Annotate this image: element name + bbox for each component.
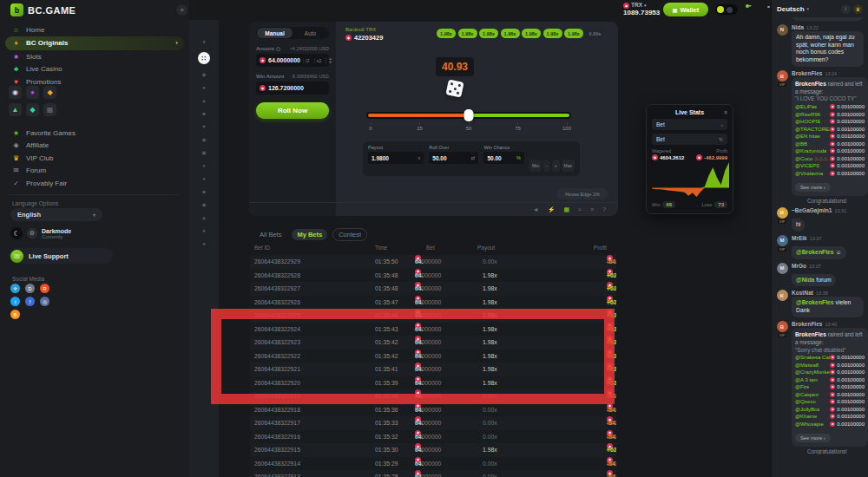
rain-recipient-name[interactable]: @BB	[795, 141, 807, 147]
table-row[interactable]: 2606443832291701:35:3364.000000000.00x-6…	[250, 416, 616, 430]
table-row[interactable]: 2606443832291401:35:2964.000000000.00x-6…	[250, 457, 616, 471]
rail-game-icon[interactable]: ▲	[201, 98, 207, 103]
sidebar-item-provably-fair[interactable]: ✓Provably Fair	[5, 177, 184, 189]
avatar[interactable]: M	[777, 263, 788, 274]
avatar[interactable]: B	[777, 207, 788, 219]
sound-icon[interactable]: ◄	[533, 206, 539, 212]
help-icon[interactable]: ?	[602, 206, 606, 212]
roll-slider[interactable]	[366, 112, 571, 119]
multiplier-pill[interactable]: 1.98x	[564, 29, 583, 38]
avatar[interactable]: B	[777, 321, 788, 332]
promo-coin-icon[interactable]: ◆	[43, 86, 56, 99]
slider-handle[interactable]	[464, 109, 474, 121]
sidebar-item-bc-originals[interactable]: ♦BC Originals›	[5, 36, 184, 50]
rain-recipient-name[interactable]: @VICEPS	[795, 163, 819, 168]
chat-rewards-button[interactable]: ♛	[853, 4, 863, 14]
rain-recipient-name[interactable]: @HOOPIE	[795, 119, 820, 124]
stats-icon[interactable]: ≈	[578, 206, 582, 212]
facebook-icon[interactable]: f	[25, 297, 35, 306]
promo-rocket-icon[interactable]: ▲	[9, 103, 22, 116]
bitcointalk-icon[interactable]: B	[10, 310, 20, 319]
avatar[interactable]: K	[777, 290, 788, 301]
chat-username[interactable]: BrokenFles13:40	[792, 321, 864, 327]
chat-username[interactable]: ~BeGaGajmln113:31	[792, 207, 864, 213]
half-button[interactable]: /2	[303, 58, 312, 63]
sidebar-item-home[interactable]: ⌂Home	[5, 23, 184, 36]
swap-icon[interactable]: ⇄	[471, 155, 476, 160]
tab-manual[interactable]: Manual	[257, 28, 293, 38]
currency-display-toggle[interactable]	[715, 4, 738, 15]
rail-game-icon[interactable]: ◆	[202, 202, 207, 207]
chat-language[interactable]: Deutsch	[777, 5, 805, 13]
promo-orb-icon[interactable]: ●	[26, 86, 39, 99]
rain-recipient-name[interactable]: @JollyBca	[795, 407, 819, 412]
rain-recipient-name[interactable]: @Casperr	[795, 392, 819, 397]
rail-game-icon-active[interactable]: ∷	[198, 52, 210, 64]
avatar[interactable]: M	[777, 235, 788, 246]
promo-box-icon[interactable]: ▦	[43, 103, 56, 116]
rain-recipient-name[interactable]: @ELiPas	[795, 104, 817, 109]
quick-button[interactable]: Max	[562, 160, 575, 172]
rain-recipient-name[interactable]: @Krazymoda	[795, 148, 826, 154]
rain-recipient-name[interactable]: @Qeeco	[795, 399, 816, 404]
language-select[interactable]: English ▾	[10, 208, 102, 221]
stats-reset-row[interactable]: Bet ↻	[652, 134, 727, 145]
table-row[interactable]: 2606443832291301:35:2864.000000000.00x-6…	[250, 470, 616, 477]
rail-game-icon[interactable]: ●	[202, 176, 206, 181]
amount-stepper[interactable]: ▲▼	[326, 57, 332, 64]
reset-icon[interactable]: ↻	[719, 136, 723, 142]
balance-display[interactable]: TRX ▾ 1089.73953	[623, 2, 660, 18]
sidebar-collapse-button[interactable]: ≡	[176, 4, 187, 16]
see-more-button[interactable]: See more ›	[795, 183, 831, 192]
avatar[interactable]: B	[777, 70, 788, 82]
win-chance-input[interactable]: 50.00 %	[483, 152, 523, 164]
win-amount-input[interactable]: 126.7200000	[256, 82, 329, 95]
table-row[interactable]: 2606443832292901:35:5064.000000000.00x-6…	[250, 255, 616, 269]
multiplier-pill[interactable]: 1.98x	[458, 29, 477, 38]
tab-my-bets[interactable]: My Bets	[292, 229, 327, 240]
rain-recipient-name[interactable]: @Kharne	[795, 414, 817, 419]
hotkeys-icon[interactable]: ▦	[564, 206, 570, 212]
rail-game-icon[interactable]: ▣	[201, 150, 207, 155]
rain-recipient-name[interactable]: @RiseR96	[795, 112, 820, 117]
rail-game-icon[interactable]: ▲	[201, 215, 207, 220]
rain-recipient-name[interactable]: @CrazyMonkey	[795, 369, 830, 375]
rail-game-icon[interactable]: ♠	[202, 39, 205, 44]
live-support-button[interactable]: ☏ Live Support	[9, 248, 113, 264]
chat-username[interactable]: KostNat13:38	[792, 290, 864, 296]
rain-username[interactable]: BrokenFles	[795, 81, 826, 87]
table-row[interactable]: 2606443832291801:35:3664.000000000.00x-6…	[250, 403, 616, 417]
discord-icon[interactable]: D	[25, 284, 35, 293]
reddit-icon[interactable]: R	[40, 284, 49, 293]
menu-icon[interactable]: ≡	[590, 206, 594, 212]
rain-recipient-name[interactable]: @Viralavina	[795, 171, 823, 176]
chat-mention[interactable]: @BrokenFles	[796, 249, 834, 255]
logo[interactable]: b BC.GAME	[10, 3, 76, 16]
settings-toggle[interactable]: ⚙	[27, 228, 37, 238]
rail-game-icon[interactable]: ●	[202, 228, 206, 233]
rain-recipient-name[interactable]: @Whosapie	[795, 421, 824, 427]
rail-game-icon[interactable]: ●	[202, 85, 206, 90]
twitter-icon[interactable]: t	[10, 297, 20, 306]
sidebar-item-forum[interactable]: ✉Forum	[5, 165, 184, 177]
rain-recipient-name[interactable]: @Fire	[795, 384, 809, 389]
chat-mention[interactable]: @Nida	[796, 277, 814, 283]
multiplier-pill[interactable]: 1.98x	[522, 29, 541, 38]
slider-track[interactable]	[368, 114, 569, 117]
chat-username[interactable]: MrEik13:37	[792, 235, 864, 241]
rail-game-icon[interactable]: ♠	[202, 241, 205, 246]
turbo-icon[interactable]: ⚡	[548, 206, 556, 212]
darkmode-toggle[interactable]: ☾	[10, 227, 23, 239]
promo-crystal-icon[interactable]: ◆	[26, 103, 39, 116]
stats-currency-select[interactable]: Bet ›	[652, 119, 727, 130]
promo-spiral-icon[interactable]: ◉	[9, 86, 22, 99]
payout-input[interactable]: 1.9800 x	[368, 152, 424, 164]
avatar[interactable]: N	[777, 24, 788, 36]
chat-username[interactable]: MrGo13:37	[792, 263, 864, 269]
sidebar-item-favorite-games[interactable]: ★Favorite Games	[5, 127, 184, 139]
multiplier-pill[interactable]: 1.98x	[479, 29, 498, 38]
quick-button[interactable]: +	[552, 160, 560, 172]
multiplier-pill[interactable]: 1.98x	[543, 29, 562, 38]
rain-recipient-name[interactable]: @TRACTORE23	[795, 127, 830, 132]
tab-all-bets[interactable]: All Bets	[254, 229, 286, 240]
